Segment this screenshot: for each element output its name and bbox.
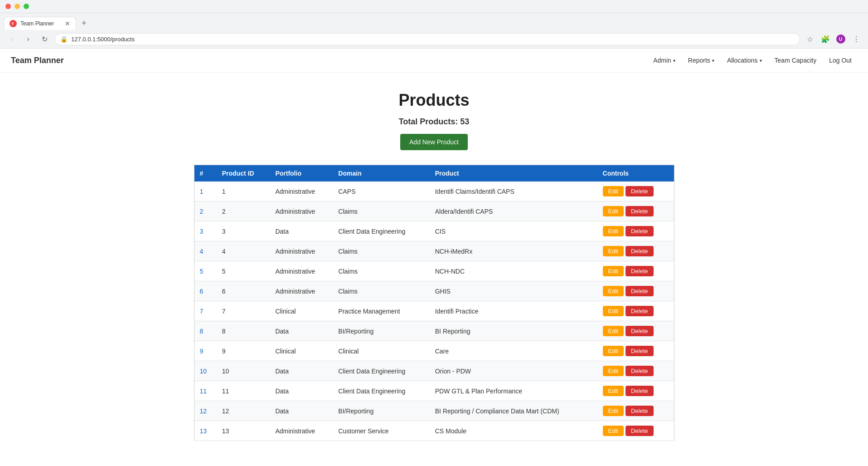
bookmark-star-button[interactable]: ☆ (804, 33, 816, 45)
row-num: 6 (200, 288, 204, 295)
row-num-cell: 10 (194, 361, 217, 381)
edit-button[interactable]: Edit (603, 286, 624, 296)
delete-button[interactable]: Delete (626, 406, 654, 416)
delete-button[interactable]: Delete (626, 186, 654, 196)
table-row: 1111DataClient Data EngineeringPDW GTL &… (194, 381, 674, 401)
row-portfolio-cell: Administrative (270, 421, 333, 441)
row-product-cell: NCH-iMedRx (430, 241, 597, 261)
delete-button[interactable]: Delete (626, 366, 654, 376)
team-capacity-nav-link[interactable]: Team Capacity (769, 54, 822, 67)
col-header-num: # (194, 165, 217, 182)
table-row: 11AdministrativeCAPSIdentifi Claims/Iden… (194, 181, 674, 201)
table-row: 1010DataClient Data EngineeringOrion - P… (194, 361, 674, 381)
admin-nav-link[interactable]: Admin (648, 54, 681, 67)
row-id-cell: 7 (217, 301, 270, 321)
menu-button[interactable]: ⋮ (850, 33, 863, 45)
profile-button[interactable]: U (834, 33, 847, 45)
table-row: 22AdministrativeClaimsAldera/Identifi CA… (194, 201, 674, 221)
logout-nav-link[interactable]: Log Out (824, 54, 857, 67)
browser-toolbar: ‹ › ↻ 🔒 127.0.0.1:5000/products ☆ 🧩 U ⋮ (0, 30, 868, 48)
add-new-product-button[interactable]: Add New Product (400, 134, 468, 150)
row-product-cell: PDW GTL & Plan Performance (430, 381, 597, 401)
row-num: 3 (200, 228, 204, 235)
row-portfolio-cell: Data (270, 401, 333, 421)
window-minimize-button[interactable] (15, 4, 20, 9)
delete-button[interactable]: Delete (626, 426, 654, 436)
table-row: 44AdministrativeClaimsNCH-iMedRxEditDele… (194, 241, 674, 261)
row-portfolio-cell: Administrative (270, 281, 333, 301)
row-id-cell: 9 (217, 341, 270, 361)
edit-button[interactable]: Edit (603, 186, 624, 196)
delete-button[interactable]: Delete (626, 386, 654, 396)
row-num: 1 (200, 188, 204, 195)
row-product-cell: NCH-NDC (430, 261, 597, 281)
delete-button[interactable]: Delete (626, 286, 654, 296)
delete-button[interactable]: Delete (626, 266, 654, 276)
delete-button[interactable]: Delete (626, 306, 654, 316)
window-maximize-button[interactable] (24, 4, 29, 9)
row-num: 13 (200, 427, 207, 435)
delete-button[interactable]: Delete (626, 226, 654, 236)
table-row: 66AdministrativeClaimsGHISEditDelete (194, 281, 674, 301)
edit-button[interactable]: Edit (603, 346, 624, 356)
forward-button[interactable]: › (22, 33, 34, 45)
row-num-cell: 13 (194, 421, 217, 441)
profile-icon: U (836, 34, 845, 44)
table-header: # Product ID Portfolio Domain Product Co… (194, 165, 674, 182)
delete-button[interactable]: Delete (626, 246, 654, 256)
row-controls-cell: EditDelete (597, 241, 674, 261)
row-domain-cell: Claims (333, 201, 429, 221)
edit-button[interactable]: Edit (603, 246, 624, 256)
delete-button[interactable]: Delete (626, 206, 654, 216)
edit-button[interactable]: Edit (603, 226, 624, 236)
row-id-cell: 5 (217, 261, 270, 281)
main-content: Products Total Products: 53 Add New Prod… (185, 73, 684, 459)
svg-text:T: T (11, 22, 14, 26)
row-product-cell: Aldera/Identifi CAPS (430, 201, 597, 221)
window-close-button[interactable] (5, 4, 11, 9)
row-num: 7 (200, 308, 204, 315)
products-table: # Product ID Portfolio Domain Product Co… (194, 165, 674, 441)
col-header-domain: Domain (333, 165, 429, 182)
back-button[interactable]: ‹ (5, 33, 18, 45)
reload-button[interactable]: ↻ (38, 33, 51, 45)
row-num-cell: 11 (194, 381, 217, 401)
row-controls-cell: EditDelete (597, 361, 674, 381)
row-num-cell: 4 (194, 241, 217, 261)
tab-close-icon[interactable]: ✕ (65, 20, 70, 27)
table-row: 1313AdministrativeCustomer ServiceCS Mod… (194, 421, 674, 441)
row-num-cell: 1 (194, 181, 217, 201)
edit-button[interactable]: Edit (603, 386, 624, 396)
delete-button[interactable]: Delete (626, 326, 654, 336)
table-row: 88DataBI/ReportingBI ReportingEditDelete (194, 321, 674, 341)
delete-button[interactable]: Delete (626, 346, 654, 356)
reports-nav-link[interactable]: Reports (683, 54, 720, 67)
nav-links: Admin Reports Allocations Team Capacity … (648, 54, 857, 67)
address-bar[interactable]: 🔒 127.0.0.1:5000/products (54, 33, 800, 45)
edit-button[interactable]: Edit (603, 306, 624, 316)
edit-button[interactable]: Edit (603, 206, 624, 216)
extensions-button[interactable]: 🧩 (819, 33, 832, 45)
row-id-cell: 13 (217, 421, 270, 441)
row-num-cell: 2 (194, 201, 217, 221)
active-tab[interactable]: T Team Planner ✕ (4, 17, 76, 30)
row-controls-cell: EditDelete (597, 201, 674, 221)
row-domain-cell: CAPS (333, 181, 429, 201)
edit-button[interactable]: Edit (603, 326, 624, 336)
row-num: 2 (200, 208, 204, 215)
table-row: 1212DataBI/ReportingBI Reporting / Compl… (194, 401, 674, 421)
browser-right-icons: ☆ 🧩 U ⋮ (804, 33, 863, 45)
edit-button[interactable]: Edit (603, 266, 624, 276)
row-product-cell: Identifi Practice (430, 301, 597, 321)
row-controls-cell: EditDelete (597, 181, 674, 201)
edit-button[interactable]: Edit (603, 426, 624, 436)
row-num: 10 (200, 368, 207, 375)
window-controls (0, 0, 868, 13)
row-domain-cell: BI/Reporting (333, 401, 429, 421)
row-id-cell: 3 (217, 221, 270, 241)
new-tab-button[interactable]: + (78, 17, 90, 30)
edit-button[interactable]: Edit (603, 366, 624, 376)
tab-title: Team Planner (20, 20, 61, 27)
edit-button[interactable]: Edit (603, 406, 624, 416)
allocations-nav-link[interactable]: Allocations (722, 54, 767, 67)
